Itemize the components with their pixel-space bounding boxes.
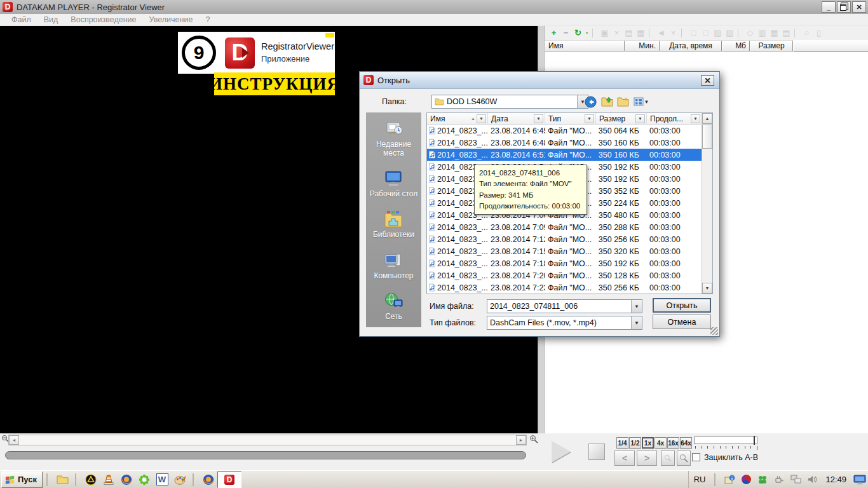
fill-icon[interactable]: ▦ [768, 27, 780, 39]
2014_0823_...[interactable]: 2014_0823_... 23.08.2014 7:23 Файл "МО..… [427, 281, 712, 294]
file-list-scrollbar[interactable]: ▲ ▼ [702, 113, 712, 294]
power-plug-icon[interactable] [773, 473, 785, 486]
horizontal-scrollbar[interactable]: ◄ ► [8, 435, 527, 445]
sidebar-item-desktop[interactable]: Рабочий стол [370, 170, 417, 198]
next-frame-button[interactable]: > [637, 451, 657, 466]
filetype-dropdown-button[interactable]: ▼ [631, 316, 642, 329]
timeline-zoom-out-button[interactable] [661, 451, 675, 466]
scroll-up-button[interactable]: ▲ [702, 113, 712, 124]
scroll-left-button[interactable]: ◄ [9, 435, 19, 445]
sidebar-item-network[interactable]: Сеть [384, 292, 404, 321]
file-column-header[interactable]: Имя ▲ ▼ [427, 113, 488, 125]
previous-frame-button[interactable]: < [614, 451, 635, 466]
playlist-column-header[interactable]: Мб [722, 41, 750, 51]
copy-icon[interactable]: ▣ [599, 27, 611, 39]
paint-icon[interactable] [173, 473, 187, 487]
network-status-icon[interactable] [789, 473, 802, 486]
file-column-header[interactable]: Тип ▼ [545, 113, 596, 125]
restore-button[interactable] [837, 1, 851, 13]
burn-icon[interactable]: ▦ [635, 27, 647, 39]
refresh-icon[interactable]: ↻ [572, 27, 584, 39]
up-one-level-button[interactable] [600, 95, 614, 109]
sidebar-item-computer[interactable]: Компьютер [374, 252, 413, 280]
grid-icon[interactable]: ▥ [756, 27, 768, 39]
2014_0823_...[interactable]: 2014_0823_... 23.08.2014 6:48 Файл "МО..… [427, 137, 712, 149]
column-filter-button[interactable]: ▼ [585, 114, 594, 123]
column-filter-button[interactable]: ▼ [691, 114, 700, 123]
menu-item[interactable]: Воспроизведение [64, 15, 142, 24]
vlc-icon[interactable] [102, 473, 116, 487]
language-indicator[interactable]: RU [694, 475, 706, 484]
playlist-column-header[interactable]: Дата, время [660, 41, 722, 51]
2014_0823_...[interactable]: 2014_0823_... 23.08.2014 7:20 Файл "МО..… [427, 269, 712, 281]
explorer-icon[interactable] [55, 473, 69, 487]
column-filter-button[interactable]: ▼ [477, 114, 486, 123]
timeline-zoom-in-button[interactable] [677, 451, 691, 466]
separator[interactable] [649, 29, 653, 37]
separator[interactable] [738, 29, 742, 37]
cancel-button[interactable]: Отмена [653, 315, 711, 329]
separator[interactable] [592, 29, 597, 37]
2014_0823_...[interactable]: 2014_0823_... 23.08.2014 7:12 Файл "МО..… [427, 233, 712, 245]
crop-icon[interactable]: □ [700, 27, 712, 39]
start-button[interactable]: Пуск [1, 471, 43, 488]
scroll-thumb[interactable] [702, 125, 712, 149]
speed-button[interactable]: 1x [642, 437, 654, 449]
update-info-icon[interactable] [723, 473, 736, 486]
save-icon[interactable]: ▤ [623, 27, 635, 39]
close-button[interactable]: ✕ [852, 1, 866, 13]
zoom-in-icon[interactable] [529, 435, 538, 445]
more-icon[interactable]: ▪ [584, 27, 590, 39]
new-folder-button[interactable] [616, 95, 630, 109]
volume-icon[interactable] [806, 473, 818, 486]
diamond-icon[interactable]: ◇ [744, 27, 756, 39]
playlist-column-header[interactable]: Имя [545, 41, 625, 51]
speed-button[interactable]: 4x [654, 437, 667, 449]
folder-combobox[interactable]: DOD LS460W ▼ [431, 95, 588, 109]
2014_0823_...[interactable]: 2014_0823_... 23.08.2014 7:09 Файл "МО..… [427, 221, 712, 233]
speed-button[interactable]: 1/2 [629, 437, 641, 449]
sidebar-item-recent-places[interactable]: Недавние места [366, 119, 421, 158]
2014_0823_...[interactable]: 2014_0823_... 23.08.2014 6:51 Файл "МО..… [427, 149, 712, 161]
menu-item[interactable]: Файл [5, 15, 37, 24]
icq-icon[interactable] [137, 473, 151, 487]
column-filter-button[interactable]: ▼ [635, 114, 645, 123]
file-column-header[interactable]: Дата ▼ [488, 113, 545, 125]
playlist-column-header[interactable]: Размер [750, 41, 793, 51]
firefox-icon-2[interactable] [201, 473, 215, 487]
show-desktop-icon[interactable] [853, 473, 866, 486]
menu-item[interactable]: Вид [37, 15, 65, 24]
views-button[interactable]: ▼ [632, 95, 651, 109]
scroll-down-button[interactable]: ▼ [702, 283, 712, 294]
scroll-right-button[interactable]: ► [516, 435, 526, 445]
clock[interactable]: 12:49 [825, 475, 846, 484]
back-button[interactable] [583, 95, 597, 109]
clover-icon[interactable] [756, 473, 769, 486]
menu-item[interactable]: ? [199, 15, 216, 24]
add-icon[interactable]: + [548, 27, 560, 39]
speed-button[interactable]: 16x [667, 437, 679, 449]
circle-icon[interactable]: ○ [801, 27, 813, 39]
resize-grip[interactable] [710, 327, 718, 335]
slider-handle[interactable] [754, 436, 755, 445]
speed-button[interactable]: 64x [680, 437, 692, 449]
sidebar-item-libraries[interactable]: Библиотеки [373, 210, 414, 239]
back-icon[interactable]: ◄ [655, 27, 667, 39]
2014_0823_...[interactable]: 2014_0823_... 23.08.2014 7:18 Файл "МО..… [427, 257, 712, 269]
2014_0823_...[interactable]: 2014_0823_... 23.08.2014 6:45 Файл "МО..… [427, 125, 712, 137]
seek-bar[interactable] [5, 451, 526, 459]
rows-icon[interactable]: ▤ [780, 27, 792, 39]
open-button[interactable]: Открыть [653, 298, 711, 313]
separator[interactable] [681, 29, 686, 37]
filename-dropdown-button[interactable]: ▼ [631, 300, 642, 313]
mask-icon[interactable]: ▨ [712, 27, 724, 39]
stop-button[interactable] [588, 444, 605, 460]
separator[interactable] [794, 29, 799, 37]
playlist-column-header[interactable]: Мин. [625, 41, 660, 51]
filename-combobox[interactable]: 2014_0823_074811_006 ▼ [487, 299, 642, 313]
minimize-button[interactable]: _ [822, 1, 836, 13]
position-slider[interactable] [694, 437, 757, 444]
statistics-pie-icon[interactable] [740, 473, 752, 486]
pattern-icon[interactable]: ▨ [724, 27, 736, 39]
datakam-task-button[interactable]: D [217, 471, 241, 488]
